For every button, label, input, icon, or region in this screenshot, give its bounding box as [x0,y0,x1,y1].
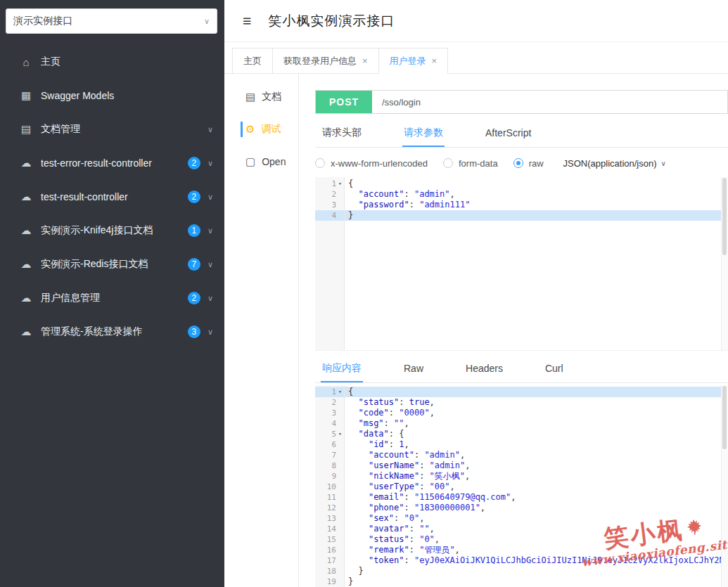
code-line[interactable]: { [345,387,728,397]
gutter-line[interactable]: 2 [315,397,344,408]
fold-spacer [336,482,344,492]
gutter-line[interactable]: 13 [315,513,344,524]
gutter-line[interactable]: 6 [315,439,344,450]
code-line[interactable]: "userName": "admin", [345,460,728,471]
code-line[interactable]: "id": 1, [345,439,728,450]
sidebar-item-knife4j-docs[interactable]: ☁ 实例演示-Knife4j接口文档 1 ∨ [0,214,224,247]
gutter-line[interactable]: 19 [315,576,344,587]
tab-response-content[interactable]: 响应内容 [321,355,363,382]
sidebar-item-test-result-controller[interactable]: ☁ test-result-controller 2 ∨ [0,180,224,214]
gutter-line[interactable]: 3 [315,200,344,210]
tab-request-headers[interactable]: 请求头部 [321,120,363,147]
fold-arrow-icon[interactable]: ▾ [336,387,344,397]
sidebar-item-doc-manage[interactable]: ▤ 文档管理 ∨ [0,112,224,146]
doc-mode-nav: ▤ 文档 ⚙ 调试 ▢ Open [224,74,299,587]
request-body-editor[interactable]: 1▾234 { "account": "admin", "password": … [315,177,728,351]
document-icon: ▤ [20,123,32,136]
sidebar-item-test-error-result-controller[interactable]: ☁ test-error-result-controller 2 ∨ [0,146,224,180]
code-line[interactable]: "nickName": "笑小枫", [345,471,728,482]
radio-label: x-www-form-urlencoded [331,158,428,169]
gutter-line[interactable]: 11 [315,492,344,503]
code-line[interactable]: "account": "admin", [345,450,728,460]
tab-user-login[interactable]: 用户登录 × [378,48,449,74]
tab-get-login-user-info[interactable]: 获取登录用户信息 × [272,48,379,74]
response-tabs: 响应内容 Raw Headers Curl [315,355,728,383]
gutter-line[interactable]: 16 [315,545,344,555]
close-icon[interactable]: × [362,56,368,65]
code-line[interactable]: } [345,210,728,221]
api-icon: ☁ [20,292,32,304]
editor-scrollbar[interactable] [721,385,728,587]
code-line[interactable]: "userType": "00", [345,482,728,492]
code-line[interactable]: "remark": "管理员", [345,545,728,555]
tab-response-headers[interactable]: Headers [464,355,504,382]
sidebar-item-system-login[interactable]: ☁ 管理系统-系统登录操作 3 ∨ [0,315,224,349]
doc-mode-item-open[interactable]: ▢ Open [224,146,298,178]
collapse-menu-icon[interactable]: ≡ [243,13,251,28]
code-line[interactable]: "token": "eyJ0eXAiOiJKV1QiLCJhbGciOiJIUz… [345,555,728,566]
code-line[interactable]: "email": "1150640979@qq.com", [345,492,728,503]
gutter-line[interactable]: 17 [315,555,344,566]
code-line[interactable]: "status": "0", [345,534,728,545]
editor-code-area[interactable]: { "account": "admin", "password": "admin… [345,179,728,221]
code-line[interactable]: } [345,576,728,587]
sidebar-item-label: 管理系统-系统登录操作 [41,325,188,338]
gutter-line[interactable]: 8 [315,460,344,471]
chevron-down-icon: ∨ [207,328,213,337]
tab-afterscript[interactable]: AfterScript [484,120,532,147]
gutter-line[interactable]: 4 [315,418,344,429]
gutter-line[interactable]: 5▾ [315,429,344,439]
code-line[interactable]: "status": true, [345,397,728,408]
bodytype-raw[interactable]: raw [513,158,544,169]
fold-arrow-icon[interactable]: ▾ [336,179,344,189]
gutter-line[interactable]: 12 [315,503,344,513]
code-line[interactable]: "avatar": "", [345,524,728,534]
api-count-badge: 2 [188,292,200,304]
code-line[interactable]: "code": "0000", [345,408,728,418]
sidebar-item-swagger-models[interactable]: ▦ Swagger Models [0,79,224,112]
content-type-select[interactable]: JSON(application/json) ∨ [563,158,666,169]
gutter-line[interactable]: 4 [315,210,344,221]
tab-request-params[interactable]: 请求参数 [402,120,445,147]
gutter-line[interactable]: 1▾ [315,179,344,189]
gutter-line[interactable]: 3 [315,408,344,418]
sidebar-item-home[interactable]: ⌂ 主页 [0,45,224,79]
fold-spacer [336,450,344,460]
bodytype-urlencoded[interactable]: x-www-form-urlencoded [315,158,428,169]
chevron-down-icon: ∨ [207,294,213,303]
gutter-line[interactable]: 15 [315,534,344,545]
code-line[interactable]: { [345,179,728,189]
gutter-line[interactable]: 7 [315,450,344,460]
code-line[interactable]: "password": "admin111" [345,200,728,210]
code-line[interactable]: "data": { [345,429,728,439]
close-icon[interactable]: × [432,56,438,65]
fold-arrow-icon[interactable]: ▾ [336,429,344,439]
gutter-line[interactable]: 10 [315,482,344,492]
scrollbar-thumb[interactable] [722,386,727,449]
code-line[interactable]: "account": "admin", [345,189,728,200]
gutter-line[interactable]: 9 [315,471,344,482]
tab-label: 主页 [243,55,262,67]
code-line[interactable]: "msg": "", [345,418,728,429]
gutter-line[interactable]: 2 [315,189,344,200]
editor-code-area[interactable]: { "status": true, "code": "0000", "msg":… [345,387,728,587]
code-line[interactable]: "sex": "0", [345,513,728,524]
bodytype-form-data[interactable]: form-data [443,158,498,169]
gutter-line[interactable]: 18 [315,566,344,576]
doc-mode-item-doc[interactable]: ▤ 文档 [224,81,298,113]
api-icon: ☁ [20,224,32,237]
code-line[interactable]: "phone": "18300000001", [345,503,728,513]
code-line[interactable]: } [345,566,728,576]
scrollbar-thumb[interactable] [722,178,727,255]
doc-mode-item-debug[interactable]: ⚙ 调试 [224,113,298,146]
editor-scrollbar[interactable] [721,177,728,350]
gutter-line[interactable]: 14 [315,524,344,534]
tab-home[interactable]: 主页 [232,48,273,74]
tab-response-raw[interactable]: Raw [402,355,425,382]
service-select[interactable]: 演示实例接口 ∨ [6,8,217,34]
gutter-line[interactable]: 1▾ [315,387,344,397]
sidebar-item-redis-docs[interactable]: ☁ 实例演示-Redis接口文档 7 ∨ [0,247,224,281]
tab-response-curl[interactable]: Curl [544,355,565,382]
response-body-editor[interactable]: 1▾2345▾678910111213141516171819 { "statu… [315,385,728,587]
sidebar-item-user-info[interactable]: ☁ 用户信息管理 2 ∨ [0,281,224,315]
